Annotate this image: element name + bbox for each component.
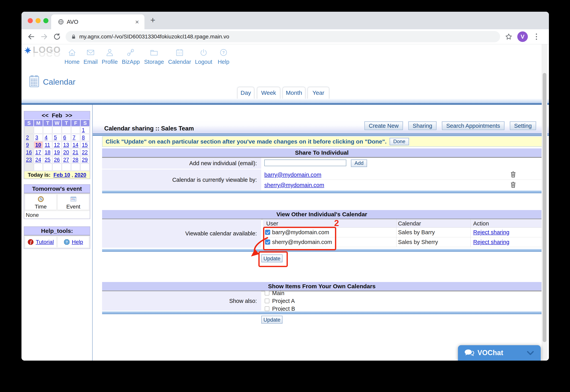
date-link[interactable]: 10 (35, 142, 41, 148)
date-link[interactable]: 7 (73, 135, 75, 140)
setting-button[interactable]: Setting (510, 122, 536, 130)
date-cell-20[interactable]: 20 (62, 149, 71, 156)
sharing-button[interactable]: Sharing (408, 122, 437, 130)
date-link[interactable]: 15 (82, 142, 88, 148)
reject-sharing-link[interactable]: Reject sharing (473, 239, 509, 245)
date-cell-2[interactable]: 2 (25, 134, 34, 141)
date-cell-21[interactable]: 21 (71, 149, 80, 156)
date-cell-8[interactable]: 8 (80, 134, 89, 141)
date-cell-11[interactable]: 11 (43, 141, 52, 148)
window-maximize-button[interactable] (43, 18, 48, 23)
tutorial-link[interactable]: Tutorial (36, 239, 54, 245)
date-cell-15[interactable]: 15 (80, 141, 89, 148)
browser-menu-icon[interactable] (535, 32, 538, 41)
date-link[interactable]: 17 (35, 149, 41, 155)
date-cell-22[interactable]: 22 (80, 149, 89, 156)
add-button[interactable]: Add (351, 160, 367, 167)
date-link[interactable]: 19 (54, 149, 60, 155)
date-link[interactable]: 24 (35, 157, 41, 163)
date-cell-12[interactable]: 12 (53, 141, 61, 148)
scrollbar-thumb[interactable] (543, 73, 546, 342)
email-link[interactable]: barry@mydomain.com (264, 172, 321, 178)
date-link[interactable]: 1 (82, 127, 85, 133)
date-cell-13[interactable]: 13 (62, 141, 71, 148)
date-link[interactable]: 28 (73, 157, 78, 163)
date-link[interactable]: 12 (54, 142, 60, 148)
done-button[interactable]: Done (390, 138, 409, 145)
date-cell-3[interactable]: 3 (34, 134, 43, 141)
date-link[interactable]: 9 (26, 142, 29, 148)
bookmark-star-icon[interactable] (505, 33, 513, 41)
date-cell-14[interactable]: 14 (71, 141, 80, 148)
calendar-checkbox[interactable] (265, 291, 269, 295)
date-link[interactable]: 5 (54, 135, 57, 140)
date-link[interactable]: 6 (63, 135, 66, 140)
email-link[interactable]: sherry@mydomain.com (264, 182, 324, 188)
date-cell-6[interactable]: 6 (62, 134, 71, 141)
date-link[interactable]: 13 (63, 142, 69, 148)
date-cell-28[interactable]: 28 (71, 156, 80, 163)
forward-icon[interactable] (40, 33, 48, 41)
help-link[interactable]: Help (72, 239, 83, 245)
date-link[interactable]: 22 (82, 149, 88, 155)
date-link[interactable]: 18 (44, 149, 50, 155)
nav-item-bizapp[interactable]: BizApp (118, 48, 144, 65)
date-cell-7[interactable]: 7 (71, 134, 80, 141)
new-tab-button[interactable]: + (150, 15, 155, 25)
date-link[interactable]: 26 (54, 157, 60, 163)
address-bar[interactable]: my.agnx.com/-/vo/SID600313304fokiuzokcl1… (66, 31, 500, 42)
window-minimize-button[interactable] (36, 18, 41, 23)
date-link[interactable]: 23 (26, 157, 32, 163)
search-appointments-button[interactable]: Search Appointments (442, 122, 504, 130)
date-cell-10[interactable]: 10 (34, 141, 43, 148)
window-close-button[interactable] (28, 18, 33, 23)
today-year-link[interactable]: 2020 (74, 172, 86, 178)
nav-item-help[interactable]: ?Help (211, 48, 236, 65)
date-cell-19[interactable]: 19 (53, 149, 61, 156)
back-icon[interactable] (27, 33, 35, 41)
date-cell-27[interactable]: 27 (62, 156, 71, 163)
date-link[interactable]: 20 (63, 149, 69, 155)
date-link[interactable]: 21 (73, 149, 78, 155)
tab-close-icon[interactable]: × (135, 18, 139, 26)
date-link[interactable]: 16 (26, 149, 32, 155)
date-link[interactable]: 8 (82, 135, 85, 140)
delete-trash-icon[interactable] (510, 181, 516, 188)
view-tab-day[interactable]: Day (237, 87, 254, 99)
show-update-button[interactable]: Update (261, 316, 282, 323)
nav-item-calendar[interactable]: Calendar (167, 48, 192, 65)
date-link[interactable]: 3 (35, 135, 38, 140)
date-cell-23[interactable]: 23 (25, 156, 34, 163)
add-email-input[interactable] (264, 160, 346, 166)
date-cell-29[interactable]: 29 (80, 156, 89, 163)
calendar-checkbox[interactable] (265, 306, 269, 311)
vochat-widget[interactable]: VOChat (458, 345, 541, 361)
prev-month-button[interactable]: << (42, 112, 49, 119)
delete-trash-icon[interactable] (510, 171, 516, 178)
date-link[interactable]: 11 (44, 142, 50, 148)
view-tab-year[interactable]: Year (308, 87, 329, 99)
calendar-checkbox[interactable] (265, 299, 269, 303)
view-tab-month[interactable]: Month (283, 87, 305, 99)
date-link[interactable]: 2 (26, 135, 29, 140)
vertical-scrollbar[interactable] (542, 44, 547, 361)
date-link[interactable]: 14 (73, 142, 78, 148)
today-date-link[interactable]: Feb 10 (54, 172, 70, 178)
date-cell-4[interactable]: 4 (43, 134, 52, 141)
date-cell-18[interactable]: 18 (43, 149, 52, 156)
date-cell-24[interactable]: 24 (34, 156, 43, 163)
nav-item-storage[interactable]: Storage (141, 48, 167, 65)
date-cell-17[interactable]: 17 (34, 149, 43, 156)
date-cell-16[interactable]: 16 (25, 149, 34, 156)
browser-tab[interactable]: AVO × (51, 14, 145, 29)
date-cell-1[interactable]: 1 (80, 126, 89, 134)
date-cell-25[interactable]: 25 (43, 156, 52, 163)
date-link[interactable]: 27 (63, 157, 69, 163)
date-cell-9[interactable]: 9 (25, 141, 34, 148)
view-tab-week[interactable]: Week (257, 87, 280, 99)
date-link[interactable]: 25 (44, 157, 50, 163)
date-cell-26[interactable]: 26 (53, 156, 61, 163)
create-new-button[interactable]: Create New (365, 122, 403, 130)
date-link[interactable]: 29 (82, 157, 88, 163)
reject-sharing-link[interactable]: Reject sharing (473, 229, 509, 236)
